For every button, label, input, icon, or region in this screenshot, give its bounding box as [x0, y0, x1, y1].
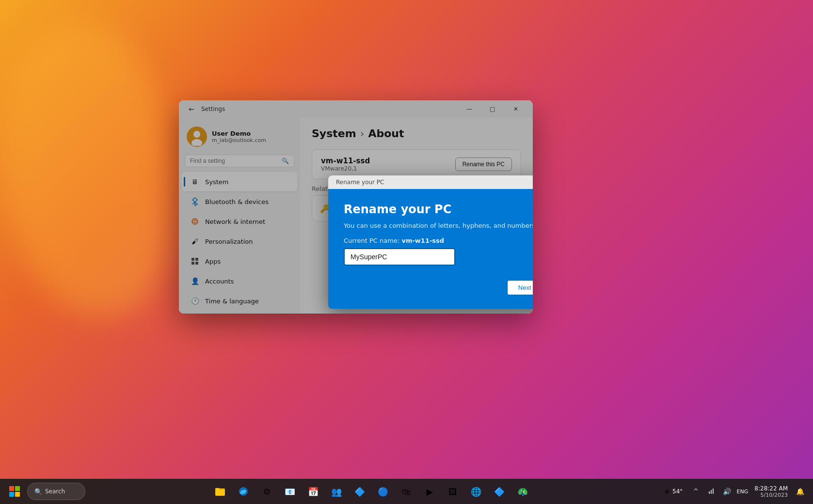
taskbar-app-store[interactable]: 🛍 [396, 481, 417, 502]
svg-rect-13 [711, 490, 712, 494]
svg-rect-14 [713, 488, 714, 494]
dialog-titlebar: Rename your PC [328, 175, 533, 189]
clock[interactable]: 8:28:22 AM 5/10/2023 [751, 483, 791, 500]
taskbar-search[interactable]: 🔍 Search [27, 483, 85, 500]
taskbar-app-extra1[interactable]: 🔷 [489, 481, 510, 502]
tray-chevron[interactable]: ^ [688, 484, 703, 499]
svg-rect-12 [709, 491, 710, 494]
next-button[interactable]: Next [507, 280, 533, 295]
taskbar-app-calendar[interactable]: 📅 [303, 481, 324, 502]
current-name-label: Current PC name: vm-w11-ssd [344, 237, 533, 244]
taskbar-app-settings[interactable]: ⚙ [256, 481, 277, 502]
weather-icon: ☀ [664, 487, 670, 496]
windows-logo [9, 486, 20, 497]
taskbar-app-outlook[interactable]: 🔷 [349, 481, 370, 502]
desktop: ← Settings — □ ✕ [0, 0, 813, 504]
taskbar-center: ⚙ 📧 📅 👥 🔷 🔵 🛍 ▶ 🖼 🌐 🔷 🦚 [89, 481, 654, 502]
taskbar-right: ☀ 54° ^ 🔊 ENG 8:28:22 AM 5/10/2023 [654, 483, 813, 500]
taskbar-app-edge[interactable] [233, 481, 254, 502]
taskbar-app-chrome[interactable]: 🌐 [465, 481, 487, 502]
notification-button[interactable]: 🔔 [793, 484, 807, 499]
taskbar-app-teams[interactable]: 👥 [326, 481, 347, 502]
desktop-decoration [0, 24, 170, 315]
start-button[interactable] [4, 481, 25, 502]
dialog-title: Rename your PC [344, 203, 533, 216]
dialog-body: Rename your PC You can use a combination… [328, 189, 533, 309]
clock-time: 8:28:22 AM [754, 485, 788, 492]
taskbar-app-media[interactable]: ▶ [419, 481, 440, 502]
weather-temp: 54° [672, 488, 683, 495]
taskbar-app-files[interactable] [209, 481, 231, 502]
tray-lang[interactable]: ENG [735, 484, 749, 499]
new-name-input[interactable] [344, 248, 455, 266]
dialog-overlay: Rename your PC Rename your PC You can us… [179, 100, 533, 314]
tray-network[interactable] [704, 484, 718, 499]
settings-window: ← Settings — □ ✕ [179, 100, 533, 314]
taskbar-search-text: Search [45, 488, 65, 495]
tray-sound[interactable]: 🔊 [719, 484, 734, 499]
taskbar: 🔍 Search ⚙ 📧 � [0, 479, 813, 504]
svg-rect-10 [215, 488, 220, 490]
clock-date: 5/10/2023 [761, 492, 788, 498]
taskbar-app-ie[interactable]: 🔵 [372, 481, 394, 502]
dialog-description: You can use a combination of letters, hy… [344, 222, 533, 229]
rename-dialog: Rename your PC Rename your PC You can us… [328, 175, 533, 309]
current-name-value: vm-w11-ssd [401, 237, 444, 244]
weather-widget[interactable]: ☀ 54° [660, 485, 687, 498]
tray-icons: ^ 🔊 ENG [688, 484, 749, 499]
taskbar-app-mail[interactable]: 📧 [279, 481, 301, 502]
taskbar-left: 🔍 Search [0, 481, 89, 502]
taskbar-app-photos[interactable]: 🖼 [442, 481, 463, 502]
dialog-actions: Next Cancel [344, 280, 533, 295]
taskbar-app-extra2[interactable]: 🦚 [512, 481, 533, 502]
taskbar-search-icon: 🔍 [34, 488, 42, 495]
